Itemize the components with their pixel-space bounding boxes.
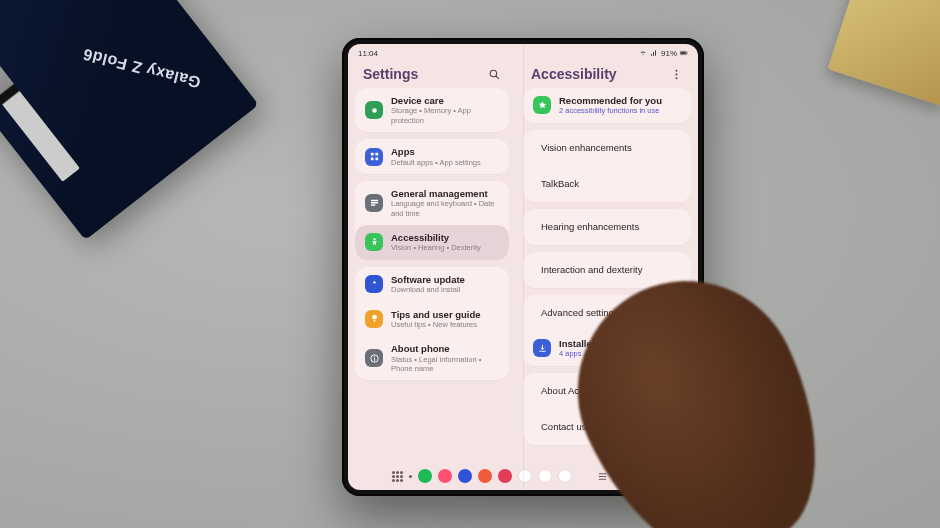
- taskbar-app-youtube[interactable]: [518, 469, 532, 483]
- device-care-icon: [365, 101, 383, 119]
- search-icon[interactable]: [488, 68, 501, 81]
- item-title: General management: [391, 188, 499, 199]
- group-vision: Vision enhancements TalkBack: [523, 130, 691, 202]
- software-update-icon: [365, 275, 383, 293]
- status-bar: 11:04 91%: [348, 44, 698, 62]
- item-title: Hearing enhancements: [541, 221, 639, 232]
- item-texts: Recommended for you 2 accessibility func…: [559, 95, 662, 116]
- status-time: 11:04: [358, 49, 378, 58]
- item-hearing-enhancements[interactable]: Hearing enhancements: [523, 209, 691, 245]
- apps-icon: [365, 148, 383, 166]
- item-sub: Language and keyboard • Date and time: [391, 199, 499, 218]
- svg-rect-8: [370, 157, 373, 160]
- svg-rect-7: [375, 153, 378, 156]
- item-texts: About phone Status • Legal information •…: [391, 343, 499, 373]
- installed-apps-icon: [533, 339, 551, 357]
- item-title: Contact us: [541, 421, 586, 432]
- group-device-care: Device care Storage • Memory • App prote…: [355, 88, 509, 132]
- item-sub: Default apps • App settings: [391, 158, 481, 167]
- item-apps[interactable]: Apps Default apps • App settings: [355, 139, 509, 174]
- item-sub: Download and install: [391, 285, 465, 294]
- item-title: TalkBack: [541, 178, 579, 189]
- taskbar-app-playstore[interactable]: [538, 469, 552, 483]
- item-device-care[interactable]: Device care Storage • Memory • App prote…: [355, 88, 509, 132]
- accessibility-header: Accessibility: [523, 62, 691, 88]
- taskbar-app-gallery[interactable]: [498, 469, 512, 483]
- svg-point-21: [676, 77, 678, 79]
- item-tips[interactable]: Tips and user guide Useful tips • New fe…: [355, 302, 509, 337]
- settings-title: Settings: [363, 66, 418, 82]
- wifi-icon: [639, 49, 647, 57]
- item-texts: General management Language and keyboard…: [391, 188, 499, 218]
- svg-point-20: [676, 73, 678, 75]
- item-about-phone[interactable]: About phone Status • Legal information •…: [355, 336, 509, 380]
- item-title: Tips and user guide: [391, 309, 481, 320]
- item-title: Accessibility: [391, 232, 481, 243]
- more-icon[interactable]: [670, 68, 683, 81]
- svg-point-13: [373, 238, 375, 240]
- svg-rect-9: [375, 157, 378, 160]
- item-sub: Useful tips • New features: [391, 320, 481, 329]
- item-texts: Software update Download and install: [391, 274, 465, 295]
- svg-line-4: [496, 75, 499, 78]
- svg-rect-10: [370, 200, 377, 201]
- item-sub: Vision • Hearing • Dexterity: [391, 243, 481, 252]
- item-title: Recommended for you: [559, 95, 662, 106]
- all-apps-button[interactable]: [392, 471, 403, 482]
- item-recommended[interactable]: Recommended for you 2 accessibility func…: [523, 88, 691, 123]
- status-battery-text: 91%: [661, 49, 677, 58]
- svg-rect-18: [374, 356, 375, 357]
- item-general-management[interactable]: General management Language and keyboard…: [355, 181, 509, 225]
- item-title: Apps: [391, 146, 481, 157]
- svg-rect-2: [687, 52, 688, 53]
- signal-icon: [650, 49, 658, 57]
- product-box-label: Galaxy Z Fold6: [81, 45, 203, 92]
- settings-pane: Settings Device care Storage • Memory • …: [348, 62, 516, 466]
- svg-rect-12: [370, 205, 375, 206]
- taskbar-divider: [409, 475, 412, 478]
- item-sub: 2 accessibility functions in use: [559, 106, 662, 115]
- svg-rect-11: [370, 203, 377, 204]
- about-phone-icon: [365, 349, 383, 367]
- group-apps: Apps Default apps • App settings: [355, 139, 509, 174]
- item-texts: Apps Default apps • App settings: [391, 146, 481, 167]
- svg-rect-17: [374, 357, 375, 360]
- item-sub: Status • Legal information • Phone name: [391, 355, 499, 374]
- battery-icon: [680, 49, 688, 57]
- taskbar-app-notes[interactable]: [478, 469, 492, 483]
- tips-icon: [365, 310, 383, 328]
- item-title: Vision enhancements: [541, 142, 632, 153]
- item-vision-enhancements[interactable]: Vision enhancements: [523, 130, 691, 166]
- item-texts: Tips and user guide Useful tips • New fe…: [391, 309, 481, 330]
- group-recommended: Recommended for you 2 accessibility func…: [523, 88, 691, 123]
- taskbar-app-phone[interactable]: [418, 469, 432, 483]
- item-texts: Accessibility Vision • Hearing • Dexteri…: [391, 232, 481, 253]
- taskbar-app-bixby[interactable]: [458, 469, 472, 483]
- item-sub: Storage • Memory • App protection: [391, 106, 499, 125]
- group-about: Software update Download and install Tip…: [355, 267, 509, 381]
- accessibility-title: Accessibility: [531, 66, 617, 82]
- svg-rect-6: [370, 153, 373, 156]
- item-texts: Device care Storage • Memory • App prote…: [391, 95, 499, 125]
- svg-point-19: [676, 69, 678, 71]
- svg-point-5: [372, 108, 377, 113]
- svg-point-3: [490, 70, 497, 77]
- recommended-icon: [533, 96, 551, 114]
- group-general-accessibility: General management Language and keyboard…: [355, 181, 509, 260]
- item-title: Device care: [391, 95, 499, 106]
- settings-header: Settings: [355, 62, 509, 88]
- item-title: About phone: [391, 343, 499, 354]
- item-accessibility[interactable]: Accessibility Vision • Hearing • Dexteri…: [355, 225, 509, 260]
- svg-rect-1: [681, 52, 686, 54]
- taskbar-app-chrome[interactable]: [558, 469, 572, 483]
- item-software-update[interactable]: Software update Download and install: [355, 267, 509, 302]
- item-talkback[interactable]: TalkBack: [523, 166, 691, 202]
- accessibility-icon: [365, 233, 383, 251]
- item-title: Software update: [391, 274, 465, 285]
- taskbar-app-health[interactable]: [438, 469, 452, 483]
- group-hearing: Hearing enhancements: [523, 209, 691, 245]
- general-management-icon: [365, 194, 383, 212]
- status-right: 91%: [639, 49, 688, 58]
- svg-rect-15: [373, 320, 375, 322]
- svg-point-14: [372, 315, 377, 320]
